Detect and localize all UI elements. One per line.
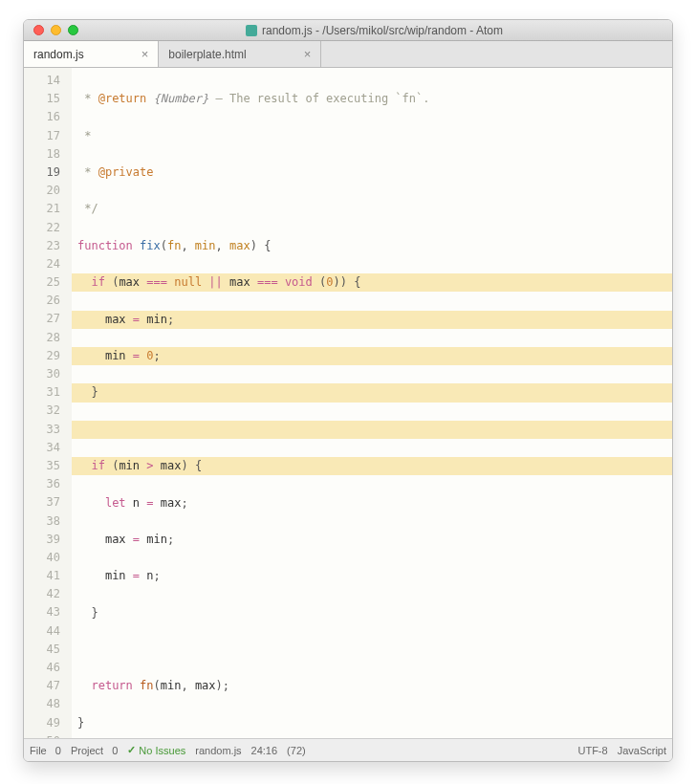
status-file[interactable]: File 0 bbox=[30, 745, 61, 756]
status-issues[interactable]: ✓ No Issues bbox=[127, 744, 185, 756]
line-number[interactable]: 20 bbox=[24, 182, 60, 200]
line-number[interactable]: 47 bbox=[24, 677, 60, 695]
line-number[interactable]: 46 bbox=[24, 659, 60, 677]
line-number[interactable]: 23 bbox=[24, 237, 60, 255]
maximize-icon[interactable] bbox=[68, 25, 78, 35]
line-number[interactable]: 18 bbox=[24, 145, 60, 163]
line-number[interactable]: 37 bbox=[24, 493, 60, 512]
status-bar: File 0 Project 0 ✓ No Issues random.js 2… bbox=[24, 738, 672, 761]
line-number[interactable]: 17 bbox=[24, 127, 60, 145]
editor[interactable]: 1415161718192021222324252627282930313233… bbox=[24, 68, 672, 738]
line-number[interactable]: 34 bbox=[24, 439, 60, 457]
line-number[interactable]: 22 bbox=[24, 219, 60, 237]
traffic-lights bbox=[33, 25, 78, 35]
status-filename: random.js bbox=[195, 745, 241, 756]
file-icon bbox=[246, 25, 257, 36]
tab-boilerplate-html[interactable]: boilerplate.html × bbox=[159, 41, 321, 67]
tab-bar: random.js × boilerplate.html × bbox=[24, 41, 672, 68]
line-number[interactable]: 40 bbox=[24, 549, 60, 567]
line-number[interactable]: 32 bbox=[24, 402, 60, 420]
line-number[interactable]: 43 bbox=[24, 603, 60, 621]
line-number[interactable]: 41 bbox=[24, 567, 60, 585]
line-number[interactable]: 19 bbox=[24, 163, 60, 182]
line-number[interactable]: 49 bbox=[24, 714, 60, 732]
line-number[interactable]: 24 bbox=[24, 255, 60, 273]
line-number[interactable]: 30 bbox=[24, 365, 60, 383]
line-number[interactable]: 27 bbox=[24, 310, 60, 328]
check-icon: ✓ bbox=[127, 744, 136, 756]
status-encoding[interactable]: UTF-8 bbox=[577, 745, 607, 756]
status-selection: (72) bbox=[287, 745, 306, 756]
line-number[interactable]: 21 bbox=[24, 200, 60, 218]
status-project[interactable]: Project 0 bbox=[71, 745, 118, 756]
line-number[interactable]: 35 bbox=[24, 457, 60, 475]
code-area[interactable]: * @return {Number} – The result of execu… bbox=[72, 68, 672, 738]
line-number[interactable]: 15 bbox=[24, 90, 60, 108]
line-number[interactable]: 25 bbox=[24, 273, 60, 292]
line-number[interactable]: 16 bbox=[24, 108, 60, 126]
line-number[interactable]: 26 bbox=[24, 292, 60, 310]
close-icon[interactable] bbox=[33, 25, 44, 35]
line-number[interactable]: 48 bbox=[24, 695, 60, 713]
line-gutter: 1415161718192021222324252627282930313233… bbox=[24, 68, 72, 738]
titlebar[interactable]: random.js - /Users/mikol/src/wip/random … bbox=[24, 20, 672, 41]
line-number[interactable]: 31 bbox=[24, 383, 60, 402]
line-number[interactable]: 39 bbox=[24, 531, 60, 549]
line-number[interactable]: 45 bbox=[24, 641, 60, 659]
line-number[interactable]: 38 bbox=[24, 512, 60, 531]
status-language[interactable]: JavaScript bbox=[618, 745, 666, 756]
window-title-text: random.js - /Users/mikol/src/wip/random … bbox=[262, 24, 503, 37]
status-cursor[interactable]: 24:16 bbox=[251, 745, 278, 756]
app-window: random.js - /Users/mikol/src/wip/random … bbox=[23, 19, 673, 762]
line-number[interactable]: 44 bbox=[24, 622, 60, 641]
window-title: random.js - /Users/mikol/src/wip/random … bbox=[86, 24, 663, 37]
line-number[interactable]: 36 bbox=[24, 475, 60, 493]
line-number[interactable]: 42 bbox=[24, 585, 60, 603]
line-number[interactable]: 33 bbox=[24, 421, 60, 439]
tab-label: boilerplate.html bbox=[168, 48, 246, 61]
line-number[interactable]: 14 bbox=[24, 72, 60, 90]
tab-label: random.js bbox=[33, 48, 84, 61]
line-number[interactable]: 29 bbox=[24, 347, 60, 365]
line-number[interactable]: 28 bbox=[24, 329, 60, 347]
tab-random-js[interactable]: random.js × bbox=[24, 41, 159, 67]
close-icon[interactable]: × bbox=[304, 47, 312, 61]
close-icon[interactable]: × bbox=[141, 47, 149, 61]
minimize-icon[interactable] bbox=[51, 25, 61, 35]
